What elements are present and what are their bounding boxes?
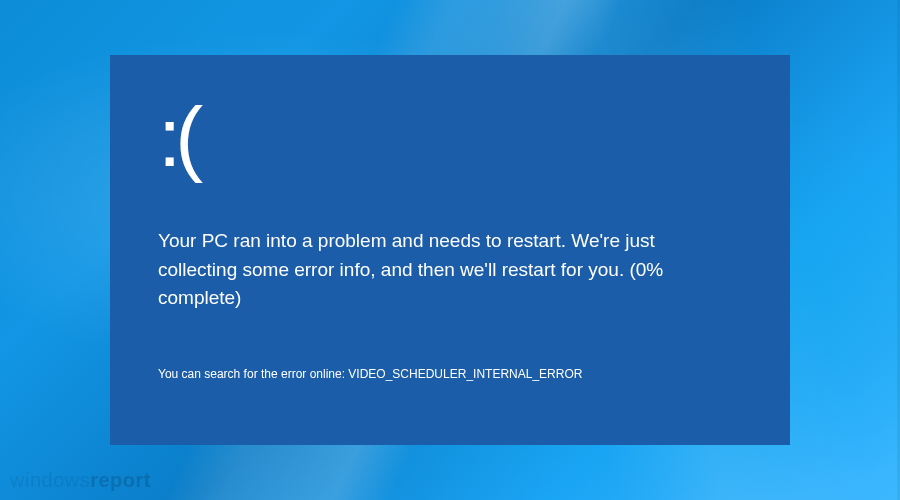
desktop-background: :( Your PC ran into a problem and needs …: [0, 0, 900, 500]
error-code: VIDEO_SCHEDULER_INTERNAL_ERROR: [348, 367, 582, 381]
bsod-panel: :( Your PC ran into a problem and needs …: [110, 55, 790, 445]
error-code-line: You can search for the error online: VID…: [158, 367, 742, 381]
watermark-part1: windows: [10, 469, 90, 491]
sad-face-icon: :(: [158, 95, 742, 179]
watermark-part2: report: [90, 469, 151, 491]
error-message: Your PC ran into a problem and needs to …: [158, 227, 718, 313]
watermark: windowsreport: [10, 469, 151, 492]
search-hint-prefix: You can search for the error online:: [158, 367, 348, 381]
